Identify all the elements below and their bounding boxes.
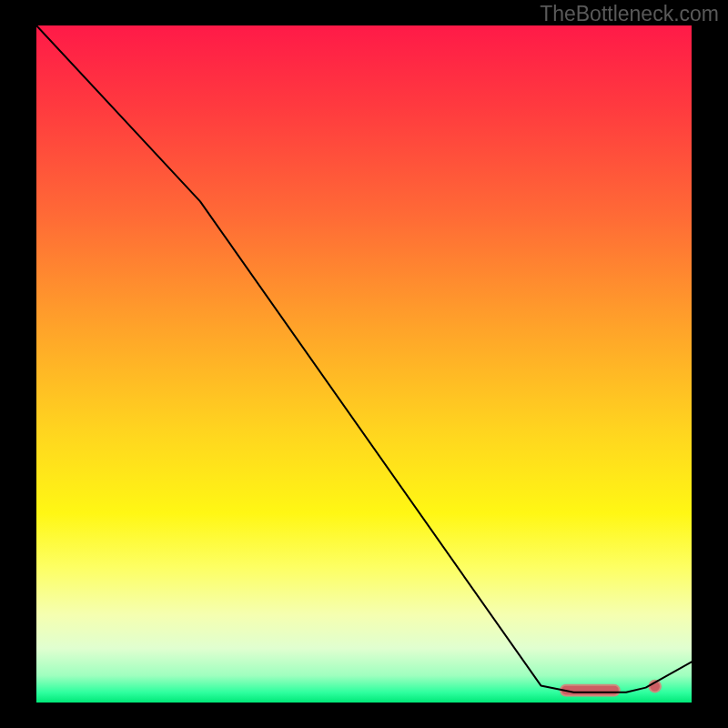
bottom-label-pill	[561, 685, 620, 696]
plot-area	[36, 25, 692, 703]
series-line-curve	[36, 25, 692, 693]
plot-svg	[36, 25, 692, 703]
series-layer	[36, 25, 692, 693]
chart-frame: TheBottleneck.com	[0, 0, 728, 728]
attribution-text: TheBottleneck.com	[540, 2, 719, 26]
